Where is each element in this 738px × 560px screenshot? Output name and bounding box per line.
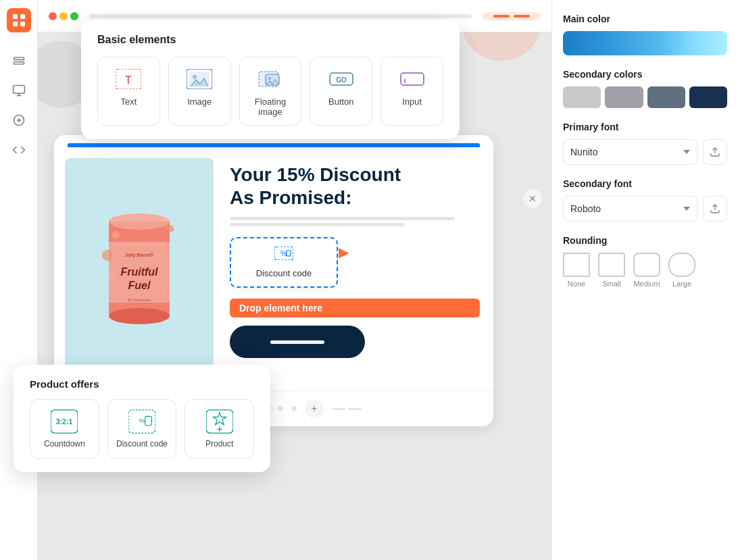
primary-font-section: Primary font Nunito Roboto Open Sans Lat… — [563, 122, 727, 165]
svg-text:90 Gummies: 90 Gummies — [128, 298, 151, 302]
secondary-font-label: Secondary font — [563, 178, 727, 189]
discount-code-box[interactable]: % Discount code ▶ — [230, 237, 338, 288]
rounding-none[interactable]: None — [563, 253, 590, 288]
rounding-large-box — [668, 253, 695, 277]
rounding-options: None Small Medium Large — [563, 253, 727, 288]
basic-elements-title: Basic elements — [97, 34, 443, 46]
element-button[interactable]: GO Button — [310, 57, 372, 126]
offer-product[interactable]: Product — [184, 399, 254, 459]
sidebar-icon-add[interactable] — [7, 108, 31, 132]
rounding-section: Rounding None Small Medium Large — [563, 235, 727, 288]
rounding-none-box — [563, 253, 590, 277]
svg-point-16 — [193, 75, 197, 79]
secondary-font-row: Roboto Nunito Open Sans Lato — [563, 196, 727, 222]
sidebar-icon-layers[interactable] — [7, 49, 31, 73]
svg-marker-46 — [213, 413, 226, 425]
primary-font-select[interactable]: Nunito Roboto Open Sans Lato — [563, 139, 697, 165]
svg-point-27 — [109, 213, 170, 230]
svg-text:GO: GO — [336, 76, 347, 84]
app-logo[interactable] — [7, 8, 31, 32]
primary-font-export-button[interactable] — [703, 139, 727, 165]
toolbar-pill-line2 — [514, 15, 530, 18]
left-sidebar — [0, 0, 38, 560]
sidebar-icon-code[interactable] — [7, 138, 31, 162]
email-content: Jelly Boost® Fruitful Fuel 90 Gummies Yo… — [54, 147, 493, 390]
element-image[interactable]: Image — [168, 57, 231, 126]
countdown-icon: 3:2:1 — [51, 409, 78, 434]
svg-text:%: % — [139, 417, 145, 424]
svg-rect-6 — [13, 86, 24, 94]
offer-countdown[interactable]: 3:2:1 Countdown — [30, 399, 99, 459]
nav-dot-3 — [278, 406, 283, 411]
dot-red — [49, 12, 57, 20]
secondary-color-1[interactable] — [563, 86, 601, 108]
svg-text:Fuel: Fuel — [128, 280, 151, 291]
svg-rect-22 — [401, 73, 424, 85]
svg-rect-3 — [20, 22, 25, 26]
element-floating-image[interactable]: Floating image — [239, 57, 302, 126]
svg-point-19 — [268, 77, 271, 80]
svg-point-35 — [109, 272, 116, 279]
svg-rect-0 — [13, 14, 18, 19]
svg-rect-44 — [145, 416, 152, 425]
secondary-font-select[interactable]: Roboto Nunito Open Sans Lato — [563, 196, 697, 222]
svg-text:T: T — [126, 74, 132, 86]
rounding-medium-label: Medium — [633, 280, 660, 288]
close-email-dialog-button[interactable]: ✕ — [523, 189, 542, 208]
element-text-label: Text — [120, 97, 137, 107]
rounding-none-label: None — [568, 280, 585, 288]
primary-font-label: Primary font — [563, 122, 727, 132]
element-input[interactable]: Input — [380, 57, 443, 126]
secondary-color-3[interactable] — [647, 86, 685, 108]
rounding-large[interactable]: Large — [668, 253, 695, 288]
headline-line1: Your 15% Discount — [230, 163, 480, 186]
nav-dot-center — [291, 406, 297, 411]
element-input-label: Input — [402, 97, 422, 107]
svg-text:Fruitful: Fruitful — [120, 266, 158, 278]
secondary-font-section: Secondary font Roboto Nunito Open Sans L… — [563, 178, 727, 222]
rounding-medium[interactable]: Medium — [633, 253, 660, 288]
headline-line2: As Promised: — [230, 186, 480, 209]
toolbar-address-bar — [89, 14, 472, 18]
toolbar-pill[interactable] — [483, 12, 541, 20]
rounding-small-box — [598, 253, 625, 277]
product-offers-title: Product offers — [30, 378, 254, 390]
main-color-section: Main color — [563, 14, 727, 55]
element-text[interactable]: T Text — [97, 57, 160, 126]
offers-grid: 3:2:1 Countdown % Discount code — [30, 399, 254, 459]
secondary-color-4[interactable] — [689, 86, 727, 108]
main-color-swatch[interactable] — [563, 31, 727, 55]
secondary-colors-section: Secondary colors — [563, 69, 727, 108]
email-right-content: Your 15% Discount As Promised: % D — [224, 147, 493, 390]
toolbar-dots — [49, 12, 78, 20]
main-color-label: Main color — [563, 14, 727, 24]
svg-text:Jelly Boost®: Jelly Boost® — [125, 253, 154, 258]
rounding-small[interactable]: Small — [598, 253, 625, 288]
discount-code-icon: % — [274, 247, 293, 264]
element-image-icon — [186, 68, 213, 90]
secondary-color-2[interactable] — [605, 86, 643, 108]
secondary-font-export-button[interactable] — [703, 196, 727, 222]
svg-point-26 — [109, 308, 170, 324]
drop-zone-label[interactable]: Drop element here — [230, 299, 480, 317]
right-panel: Main color Secondary colors Primary font… — [551, 0, 738, 560]
element-button-icon: GO — [328, 68, 355, 90]
email-product-image: Jelly Boost® Fruitful Fuel 90 Gummies — [65, 158, 214, 380]
offer-discount-code[interactable]: % Discount code — [107, 399, 177, 459]
email-line-1 — [230, 217, 455, 220]
svg-text:3:2:1: 3:2:1 — [56, 418, 73, 426]
email-cta-button[interactable] — [230, 326, 365, 358]
svg-rect-39 — [287, 251, 291, 256]
sidebar-icon-monitor[interactable] — [7, 78, 31, 103]
product-can-svg: Jelly Boost® Fruitful Fuel 90 Gummies — [95, 201, 183, 336]
svg-rect-5 — [14, 62, 24, 64]
svg-rect-2 — [13, 22, 18, 26]
dot-yellow — [59, 12, 68, 20]
svg-rect-4 — [14, 57, 24, 59]
rounding-small-label: Small — [602, 280, 621, 288]
nav-add-button[interactable]: + — [305, 399, 324, 418]
product-offer-label: Product — [205, 439, 233, 450]
basic-elements-panel: Basic elements T Text — [81, 20, 460, 139]
nav-line-1 — [332, 408, 345, 410]
toolbar-pill-line — [493, 15, 510, 18]
